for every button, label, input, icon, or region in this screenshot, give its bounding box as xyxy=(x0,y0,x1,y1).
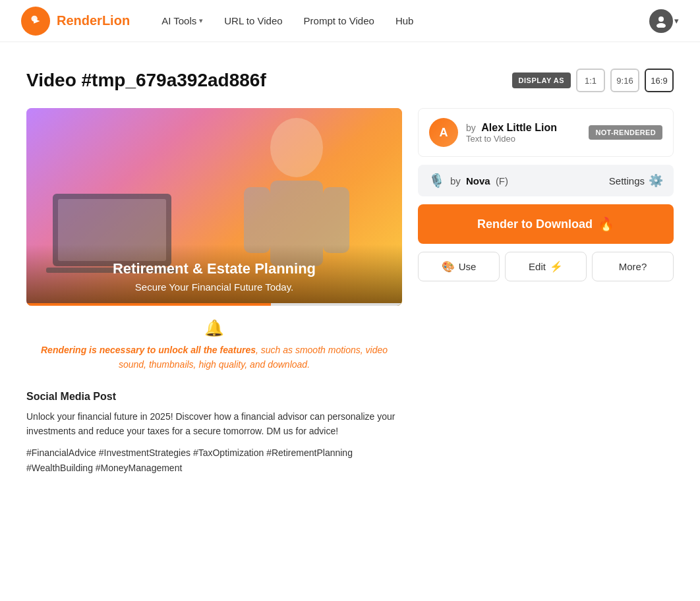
author-by-prefix: by xyxy=(466,123,476,133)
video-subtitle-text: Secure Your Financial Future Today. xyxy=(40,281,389,293)
logo[interactable]: RenderLion xyxy=(21,7,130,36)
svg-rect-8 xyxy=(323,187,349,253)
ai-tools-dropdown-arrow: ▾ xyxy=(199,16,203,25)
bell-icon: 🔔 xyxy=(26,319,402,337)
display-as-group: DISPLAY AS 1:1 9:16 16:9 xyxy=(512,69,674,92)
video-title-text: Retirement & Estate Planning xyxy=(40,260,389,277)
not-rendered-badge: NOT-RENDERED xyxy=(589,125,662,140)
author-info: A by Alex Little Lion Text to Video xyxy=(429,118,557,147)
svg-point-5 xyxy=(270,118,323,177)
video-overlay: Retirement & Estate Planning Secure Your… xyxy=(26,244,402,306)
content-row: Retirement & Estate Planning Secure Your… xyxy=(26,108,674,476)
settings-button[interactable]: Settings ⚙️ xyxy=(609,173,663,188)
render-label: Render to Download xyxy=(477,217,593,231)
hashtags: #FinancialAdvice #InvestmentStrategies #… xyxy=(26,445,402,477)
voice-key: (F) xyxy=(496,175,508,186)
navbar-left: RenderLion AI Tools ▾ URL to Video Promp… xyxy=(21,7,413,36)
alert-section: 🔔 Rendering is necessary to unlock all t… xyxy=(26,319,402,372)
author-row: A by Alex Little Lion Text to Video NOT-… xyxy=(418,108,674,157)
ratio-9-16[interactable]: 9:16 xyxy=(610,69,639,92)
alert-text: Rendering is necessary to unlock all the… xyxy=(26,343,402,372)
more-label: More? xyxy=(619,261,647,272)
social-post-body: Unlock your financial future in 2025! Di… xyxy=(26,409,402,439)
gear-icon: ⚙️ xyxy=(649,173,663,188)
logo-text: RenderLion xyxy=(57,13,130,28)
nav-prompt-to-video[interactable]: Prompt to Video xyxy=(304,15,374,26)
action-row: 🎨 Use Edit ⚡ More? xyxy=(418,252,674,281)
palette-icon: 🎨 xyxy=(442,260,455,273)
author-avatar: A xyxy=(429,118,458,147)
author-name: Alex Little Lion xyxy=(481,122,557,133)
nav-url-to-video[interactable]: URL to Video xyxy=(224,15,282,26)
ratio-1-1[interactable]: 1:1 xyxy=(576,69,605,92)
edit-button[interactable]: Edit ⚡ xyxy=(505,252,587,281)
nav-links: AI Tools ▾ URL to Video Prompt to Video … xyxy=(161,15,413,26)
title-row: Video #tmp_679a392ad886f DISPLAY AS 1:1 … xyxy=(26,69,674,92)
voice-left: 🎙️ by Nova (F) xyxy=(428,173,508,188)
svg-point-3 xyxy=(658,16,664,22)
author-details: by Alex Little Lion Text to Video xyxy=(466,122,557,144)
render-to-download-button[interactable]: Render to Download 🔥 xyxy=(418,204,674,244)
ratio-16-9[interactable]: 16:9 xyxy=(645,69,674,92)
nav-hub[interactable]: Hub xyxy=(395,15,414,26)
social-post-title: Social Media Post xyxy=(26,391,402,403)
nav-ai-tools[interactable]: AI Tools ▾ xyxy=(161,15,203,26)
right-panel: A by Alex Little Lion Text to Video NOT-… xyxy=(418,108,674,476)
page-title: Video #tmp_679a392ad886f xyxy=(26,70,266,91)
voice-row: 🎙️ by Nova (F) Settings ⚙️ xyxy=(418,165,674,196)
author-by-line: by Alex Little Lion xyxy=(466,122,557,134)
voice-name: Nova xyxy=(466,175,493,186)
display-as-label: DISPLAY AS xyxy=(512,72,571,88)
use-button[interactable]: 🎨 Use xyxy=(418,252,500,281)
navbar: RenderLion AI Tools ▾ URL to Video Promp… xyxy=(0,0,700,42)
user-account-icon[interactable] xyxy=(649,9,673,33)
voice-by-label: by Nova (F) xyxy=(450,175,508,186)
edit-icon: ⚡ xyxy=(550,260,563,273)
fire-icon: 🔥 xyxy=(598,216,614,232)
logo-icon xyxy=(21,7,50,36)
video-panel: Retirement & Estate Planning Secure Your… xyxy=(26,108,402,476)
settings-label: Settings xyxy=(609,175,645,186)
use-label: Use xyxy=(459,261,477,272)
user-dropdown-arrow: ▾ xyxy=(674,16,679,26)
edit-label: Edit xyxy=(529,261,546,272)
author-type: Text to Video xyxy=(466,134,557,144)
video-progress-bar xyxy=(26,303,402,306)
more-button[interactable]: More? xyxy=(592,252,674,281)
mic-icon: 🎙️ xyxy=(428,173,445,188)
navbar-right: ▾ xyxy=(649,9,679,33)
main-content: Video #tmp_679a392ad886f DISPLAY AS 1:1 … xyxy=(0,42,700,516)
alert-bold: Rendering is necessary to unlock all the… xyxy=(41,345,256,355)
svg-point-4 xyxy=(656,23,666,28)
video-container: Retirement & Estate Planning Secure Your… xyxy=(26,108,402,306)
video-progress-fill xyxy=(26,303,271,306)
social-post: Social Media Post Unlock your financial … xyxy=(26,391,402,476)
svg-rect-7 xyxy=(244,187,270,253)
